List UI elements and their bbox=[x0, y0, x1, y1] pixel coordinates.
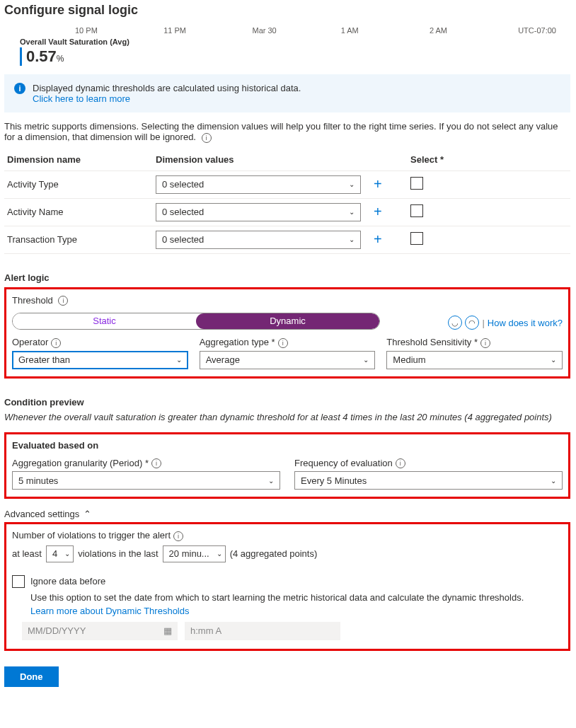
threshold-label: Threshold bbox=[12, 295, 53, 306]
smile-face-icon[interactable]: ◡ bbox=[448, 316, 462, 330]
chevron-down-icon: ⌄ bbox=[268, 477, 274, 485]
operator-label: Operator bbox=[12, 337, 48, 347]
timeline: 10 PM 11 PM Mar 30 1 AM 2 AM UTC-07:00 bbox=[4, 26, 570, 35]
aggregated-points-text: (4 aggregated points) bbox=[230, 548, 318, 559]
info-icon: i bbox=[14, 83, 25, 94]
advanced-settings-toggle[interactable]: Advanced settings ⌃ bbox=[4, 509, 570, 519]
page-title: Configure signal logic bbox=[4, 3, 570, 18]
table-row: Activity Name 0 selected⌄ + bbox=[4, 198, 570, 226]
chevron-down-icon: ⌄ bbox=[551, 477, 556, 485]
threshold-toggle: Static Dynamic bbox=[12, 313, 380, 330]
info-icon[interactable]: i bbox=[173, 531, 183, 541]
aggregation-type-select[interactable]: Average⌄ bbox=[200, 351, 376, 369]
dimension-value-select[interactable]: 0 selected⌄ bbox=[156, 203, 361, 221]
chevron-down-icon: ⌄ bbox=[349, 180, 355, 188]
add-dimension-button[interactable]: + bbox=[368, 231, 388, 247]
select-checkbox[interactable] bbox=[410, 204, 423, 217]
chevron-up-icon: ⌃ bbox=[83, 509, 91, 519]
dimensions-intro: This metric supports dimensions. Selecti… bbox=[4, 121, 570, 143]
add-dimension-button[interactable]: + bbox=[368, 176, 388, 192]
alert-logic-heading: Alert logic bbox=[4, 272, 570, 283]
threshold-dynamic-option[interactable]: Dynamic bbox=[196, 313, 379, 329]
banner-text: Displayed dynamic thresholds are calcula… bbox=[33, 83, 301, 93]
info-icon[interactable]: i bbox=[51, 338, 61, 348]
dim-name: Activity Type bbox=[4, 171, 153, 198]
table-row: Activity Type 0 selected⌄ + bbox=[4, 171, 570, 198]
sad-face-icon[interactable]: ◠ bbox=[465, 316, 479, 330]
period-label: Aggregation granularity (Period) * bbox=[12, 458, 149, 468]
sensitivity-select[interactable]: Medium⌄ bbox=[386, 351, 563, 369]
dim-name: Transaction Type bbox=[4, 226, 153, 253]
how-does-it-work-link[interactable]: How does it work? bbox=[488, 318, 563, 328]
dimension-value-select[interactable]: 0 selected⌄ bbox=[156, 231, 361, 249]
violations-middle-text: violations in the last bbox=[78, 548, 158, 559]
metric-value: 0.57% bbox=[20, 47, 570, 66]
learn-more-link[interactable]: Click here to learn more bbox=[33, 93, 301, 104]
calendar-icon: ▦ bbox=[163, 625, 172, 636]
dimension-value-select[interactable]: 0 selected⌄ bbox=[156, 175, 361, 194]
timezone-label: UTC-07:00 bbox=[518, 26, 570, 35]
info-icon[interactable]: i bbox=[58, 296, 68, 306]
time-tick: 10 PM bbox=[75, 26, 163, 35]
info-icon[interactable]: i bbox=[480, 338, 490, 348]
frequency-label: Frequency of evaluation bbox=[294, 458, 393, 468]
alert-logic-section: Threshold i Static Dynamic ◡ ◠ | How doe… bbox=[4, 287, 570, 379]
info-banner: i Displayed dynamic thresholds are calcu… bbox=[4, 74, 570, 112]
chevron-down-icon: ⌄ bbox=[176, 356, 182, 364]
ignore-data-description: Use this option to set the date from whi… bbox=[30, 592, 563, 603]
info-icon[interactable]: i bbox=[278, 338, 288, 348]
learn-dynamic-thresholds-link[interactable]: Learn more about Dynamic Thresholds bbox=[30, 606, 563, 616]
done-button[interactable]: Done bbox=[4, 666, 59, 687]
info-icon[interactable]: i bbox=[202, 133, 212, 143]
metric-name: Overall Vault Saturation (Avg) bbox=[20, 37, 570, 46]
violation-window-select[interactable]: 20 minu...⌄ bbox=[163, 545, 226, 562]
dim-name: Activity Name bbox=[4, 198, 153, 226]
violation-count-select[interactable]: 4⌄ bbox=[46, 545, 74, 562]
evaluated-heading: Evaluated based on bbox=[12, 440, 563, 451]
advanced-section: Number of violations to trigger the aler… bbox=[4, 522, 570, 651]
chevron-down-icon: ⌄ bbox=[349, 236, 355, 243]
aggregation-type-label: Aggregation type * bbox=[200, 337, 275, 347]
col-dimension-name: Dimension name bbox=[4, 149, 153, 171]
period-select[interactable]: 5 minutes⌄ bbox=[12, 471, 280, 490]
evaluated-section: Evaluated based on Aggregation granulari… bbox=[4, 432, 570, 499]
select-checkbox[interactable] bbox=[410, 177, 423, 190]
chevron-down-icon: ⌄ bbox=[349, 208, 355, 216]
select-checkbox[interactable] bbox=[410, 232, 423, 245]
date-input[interactable]: MM/DD/YYYY▦ bbox=[22, 622, 178, 640]
info-icon[interactable]: i bbox=[151, 458, 161, 468]
time-tick: 11 PM bbox=[163, 26, 252, 35]
col-select: Select * bbox=[408, 149, 570, 171]
info-icon[interactable]: i bbox=[396, 458, 405, 468]
chevron-down-icon: ⌄ bbox=[363, 356, 369, 364]
time-tick: 2 AM bbox=[430, 26, 518, 35]
add-dimension-button[interactable]: + bbox=[368, 204, 388, 219]
operator-select[interactable]: Greater than⌄ bbox=[12, 351, 188, 369]
time-tick: 1 AM bbox=[341, 26, 430, 35]
violations-label: Number of violations to trigger the aler… bbox=[12, 530, 171, 541]
threshold-static-option[interactable]: Static bbox=[13, 313, 196, 329]
chevron-down-icon: ⌄ bbox=[217, 550, 222, 557]
col-dimension-values: Dimension values bbox=[153, 149, 365, 171]
time-input[interactable]: h:mm A bbox=[185, 622, 340, 640]
metric-card: Overall Vault Saturation (Avg) 0.57% bbox=[4, 36, 570, 71]
ignore-data-label: Ignore data before bbox=[30, 576, 105, 587]
frequency-select[interactable]: Every 5 Minutes⌄ bbox=[294, 471, 563, 490]
time-tick: Mar 30 bbox=[252, 26, 340, 35]
condition-preview-text: Whenever the overall vault saturation is… bbox=[4, 412, 570, 422]
sensitivity-label: Threshold Sensitivity * bbox=[386, 337, 478, 347]
at-least-text: at least bbox=[12, 548, 42, 559]
condition-preview-heading: Condition preview bbox=[4, 397, 570, 408]
ignore-data-checkbox[interactable] bbox=[12, 575, 25, 588]
chevron-down-icon: ⌄ bbox=[551, 356, 556, 364]
dimensions-table: Dimension name Dimension values Select *… bbox=[4, 149, 570, 254]
chevron-down-icon: ⌄ bbox=[64, 550, 70, 557]
table-row: Transaction Type 0 selected⌄ + bbox=[4, 226, 570, 253]
